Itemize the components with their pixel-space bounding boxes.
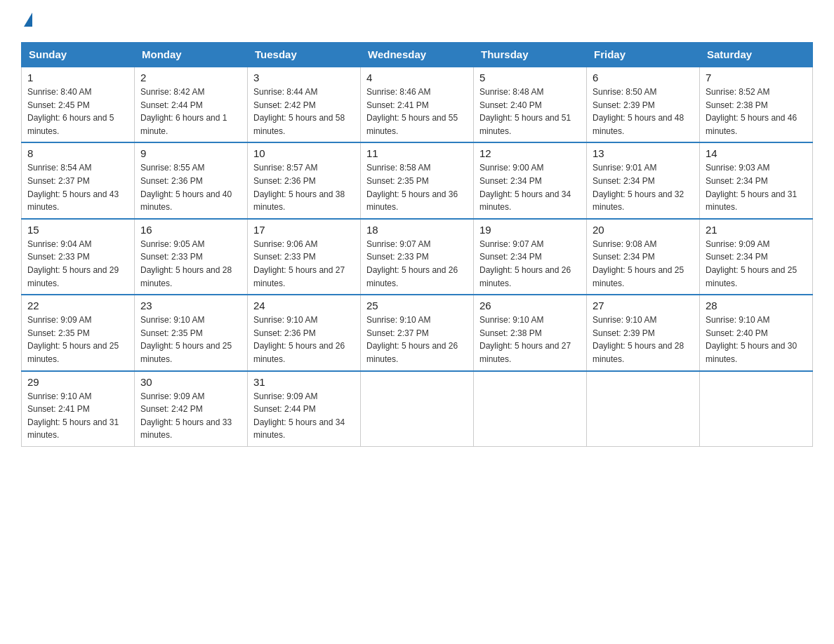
day-info: Sunrise: 9:09 AMSunset: 2:42 PMDaylight:… xyxy=(140,391,232,441)
calendar-cell: 22 Sunrise: 9:09 AMSunset: 2:35 PMDaylig… xyxy=(22,295,135,370)
day-number: 5 xyxy=(479,72,581,83)
calendar-cell: 11 Sunrise: 8:58 AMSunset: 2:35 PMDaylig… xyxy=(361,142,474,218)
day-info: Sunrise: 9:10 AMSunset: 2:40 PMDaylight:… xyxy=(706,315,797,364)
day-number: 6 xyxy=(593,72,694,83)
weekday-header-friday: Friday xyxy=(587,43,700,67)
day-info: Sunrise: 9:10 AMSunset: 2:41 PMDaylight:… xyxy=(27,391,119,441)
day-info: Sunrise: 8:57 AMSunset: 2:36 PMDaylight:… xyxy=(253,163,345,212)
calendar-cell: 6 Sunrise: 8:50 AMSunset: 2:39 PMDayligh… xyxy=(587,67,700,142)
logo xyxy=(21,14,32,28)
calendar-cell: 5 Sunrise: 8:48 AMSunset: 2:40 PMDayligh… xyxy=(474,67,587,142)
day-info: Sunrise: 9:09 AMSunset: 2:34 PMDaylight:… xyxy=(706,239,797,288)
week-row-1: 1 Sunrise: 8:40 AMSunset: 2:45 PMDayligh… xyxy=(22,67,813,142)
weekday-header-thursday: Thursday xyxy=(474,43,587,67)
day-info: Sunrise: 8:48 AMSunset: 2:40 PMDaylight:… xyxy=(479,87,571,136)
day-info: Sunrise: 9:06 AMSunset: 2:33 PMDaylight:… xyxy=(253,239,345,288)
day-number: 26 xyxy=(479,300,581,311)
weekday-header-row: SundayMondayTuesdayWednesdayThursdayFrid… xyxy=(22,43,813,67)
week-row-3: 15 Sunrise: 9:04 AMSunset: 2:33 PMDaylig… xyxy=(22,219,813,295)
calendar-cell: 4 Sunrise: 8:46 AMSunset: 2:41 PMDayligh… xyxy=(361,67,474,142)
calendar-cell xyxy=(700,371,813,447)
day-info: Sunrise: 8:40 AMSunset: 2:45 PMDaylight:… xyxy=(27,87,114,136)
week-row-5: 29 Sunrise: 9:10 AMSunset: 2:41 PMDaylig… xyxy=(22,371,813,447)
day-info: Sunrise: 9:10 AMSunset: 2:37 PMDaylight:… xyxy=(366,315,458,364)
calendar-cell: 17 Sunrise: 9:06 AMSunset: 2:33 PMDaylig… xyxy=(248,219,361,295)
day-number: 22 xyxy=(27,300,128,311)
calendar-cell: 18 Sunrise: 9:07 AMSunset: 2:33 PMDaylig… xyxy=(361,219,474,295)
day-info: Sunrise: 9:04 AMSunset: 2:33 PMDaylight:… xyxy=(27,239,119,288)
day-number: 18 xyxy=(366,224,468,236)
day-info: Sunrise: 9:10 AMSunset: 2:35 PMDaylight:… xyxy=(140,315,232,364)
day-number: 8 xyxy=(27,147,128,159)
day-number: 28 xyxy=(706,300,807,311)
calendar-cell: 10 Sunrise: 8:57 AMSunset: 2:36 PMDaylig… xyxy=(248,142,361,218)
day-info: Sunrise: 8:44 AMSunset: 2:42 PMDaylight:… xyxy=(253,87,345,136)
weekday-header-wednesday: Wednesday xyxy=(361,43,474,67)
calendar-cell: 29 Sunrise: 9:10 AMSunset: 2:41 PMDaylig… xyxy=(22,371,135,447)
day-number: 25 xyxy=(366,300,468,311)
calendar-cell: 15 Sunrise: 9:04 AMSunset: 2:33 PMDaylig… xyxy=(22,219,135,295)
calendar-cell: 25 Sunrise: 9:10 AMSunset: 2:37 PMDaylig… xyxy=(361,295,474,370)
weekday-header-saturday: Saturday xyxy=(700,43,813,67)
day-number: 31 xyxy=(253,376,355,388)
calendar-cell: 9 Sunrise: 8:55 AMSunset: 2:36 PMDayligh… xyxy=(135,142,248,218)
day-number: 14 xyxy=(706,147,807,159)
day-number: 21 xyxy=(706,224,807,236)
day-info: Sunrise: 8:58 AMSunset: 2:35 PMDaylight:… xyxy=(366,163,458,212)
logo-blue-text xyxy=(21,14,32,28)
day-info: Sunrise: 8:52 AMSunset: 2:38 PMDaylight:… xyxy=(706,87,797,136)
day-number: 10 xyxy=(253,147,355,159)
logo-triangle-icon xyxy=(24,13,32,27)
calendar-cell: 31 Sunrise: 9:09 AMSunset: 2:44 PMDaylig… xyxy=(248,371,361,447)
calendar-cell xyxy=(587,371,700,447)
calendar-cell: 8 Sunrise: 8:54 AMSunset: 2:37 PMDayligh… xyxy=(22,142,135,218)
day-number: 13 xyxy=(593,147,694,159)
calendar-cell: 13 Sunrise: 9:01 AMSunset: 2:34 PMDaylig… xyxy=(587,142,700,218)
day-info: Sunrise: 9:08 AMSunset: 2:34 PMDaylight:… xyxy=(593,239,684,288)
day-number: 11 xyxy=(366,147,468,159)
weekday-header-monday: Monday xyxy=(135,43,248,67)
calendar-cell: 28 Sunrise: 9:10 AMSunset: 2:40 PMDaylig… xyxy=(700,295,813,370)
day-number: 12 xyxy=(479,147,581,159)
calendar-cell: 2 Sunrise: 8:42 AMSunset: 2:44 PMDayligh… xyxy=(135,67,248,142)
day-info: Sunrise: 9:10 AMSunset: 2:38 PMDaylight:… xyxy=(479,315,571,364)
day-info: Sunrise: 9:00 AMSunset: 2:34 PMDaylight:… xyxy=(479,163,571,212)
day-info: Sunrise: 9:05 AMSunset: 2:33 PMDaylight:… xyxy=(140,239,232,288)
calendar-cell: 12 Sunrise: 9:00 AMSunset: 2:34 PMDaylig… xyxy=(474,142,587,218)
calendar-cell: 27 Sunrise: 9:10 AMSunset: 2:39 PMDaylig… xyxy=(587,295,700,370)
day-info: Sunrise: 9:10 AMSunset: 2:36 PMDaylight:… xyxy=(253,315,345,364)
calendar-cell: 26 Sunrise: 9:10 AMSunset: 2:38 PMDaylig… xyxy=(474,295,587,370)
weekday-header-sunday: Sunday xyxy=(22,43,135,67)
day-info: Sunrise: 9:09 AMSunset: 2:44 PMDaylight:… xyxy=(253,391,345,441)
day-info: Sunrise: 8:46 AMSunset: 2:41 PMDaylight:… xyxy=(366,87,458,136)
day-info: Sunrise: 8:50 AMSunset: 2:39 PMDaylight:… xyxy=(593,87,684,136)
day-number: 27 xyxy=(593,300,694,311)
calendar-cell: 19 Sunrise: 9:07 AMSunset: 2:34 PMDaylig… xyxy=(474,219,587,295)
day-info: Sunrise: 9:03 AMSunset: 2:34 PMDaylight:… xyxy=(706,163,797,212)
calendar-table: SundayMondayTuesdayWednesdayThursdayFrid… xyxy=(21,42,813,447)
day-number: 23 xyxy=(140,300,241,311)
day-number: 19 xyxy=(479,224,581,236)
day-number: 30 xyxy=(140,376,241,388)
calendar-cell: 7 Sunrise: 8:52 AMSunset: 2:38 PMDayligh… xyxy=(700,67,813,142)
calendar-cell: 3 Sunrise: 8:44 AMSunset: 2:42 PMDayligh… xyxy=(248,67,361,142)
day-info: Sunrise: 9:07 AMSunset: 2:33 PMDaylight:… xyxy=(366,239,458,288)
calendar-cell: 30 Sunrise: 9:09 AMSunset: 2:42 PMDaylig… xyxy=(135,371,248,447)
weekday-header-tuesday: Tuesday xyxy=(248,43,361,67)
day-number: 2 xyxy=(140,72,241,83)
day-info: Sunrise: 9:07 AMSunset: 2:34 PMDaylight:… xyxy=(479,239,571,288)
day-number: 17 xyxy=(253,224,355,236)
calendar-cell: 20 Sunrise: 9:08 AMSunset: 2:34 PMDaylig… xyxy=(587,219,700,295)
day-number: 20 xyxy=(593,224,694,236)
day-number: 16 xyxy=(140,224,241,236)
day-number: 7 xyxy=(706,72,807,83)
day-number: 1 xyxy=(27,72,128,83)
day-info: Sunrise: 8:54 AMSunset: 2:37 PMDaylight:… xyxy=(27,163,119,212)
calendar-cell: 24 Sunrise: 9:10 AMSunset: 2:36 PMDaylig… xyxy=(248,295,361,370)
day-info: Sunrise: 8:55 AMSunset: 2:36 PMDaylight:… xyxy=(140,163,232,212)
day-info: Sunrise: 9:01 AMSunset: 2:34 PMDaylight:… xyxy=(593,163,684,212)
calendar-cell: 16 Sunrise: 9:05 AMSunset: 2:33 PMDaylig… xyxy=(135,219,248,295)
week-row-4: 22 Sunrise: 9:09 AMSunset: 2:35 PMDaylig… xyxy=(22,295,813,370)
day-number: 4 xyxy=(366,72,468,83)
calendar-cell: 14 Sunrise: 9:03 AMSunset: 2:34 PMDaylig… xyxy=(700,142,813,218)
